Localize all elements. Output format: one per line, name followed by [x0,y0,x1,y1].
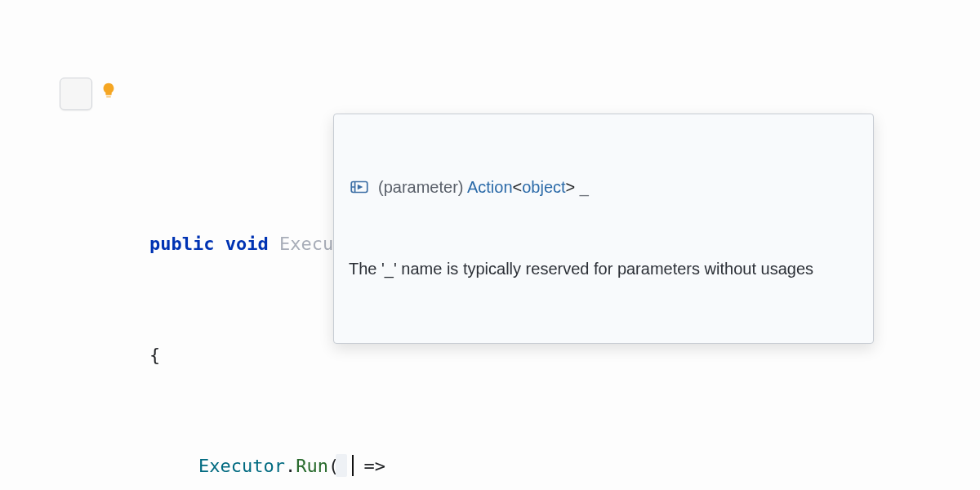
code-line[interactable]: Executor.Run( => [0,425,980,452]
tooltip-param-name: _ [575,178,589,196]
lambda-arrow: => [353,456,385,476]
type-executor: Executor [198,456,285,476]
method-run: Run [296,456,328,476]
keyword-void: void [225,234,269,254]
punct: < [513,178,523,196]
tooltip-param-label: (parameter) [378,178,463,196]
punct-dot: . [285,456,296,476]
code-editor[interactable]: public void ExecuteAsynchronously() { Ex… [0,0,980,490]
lightbulb-button[interactable] [60,78,92,110]
lightbulb-icon [34,52,117,136]
punct: > [566,178,576,196]
tooltip-generic-type: object [522,178,565,196]
keyword-public: public [149,234,214,254]
parameter-icon [349,176,370,198]
brace-open: { [149,345,160,365]
tooltip-body: The '_' name is typically reserved for p… [334,253,873,294]
tooltip-type: Action [467,178,513,196]
quickinfo-tooltip: (parameter) Action<object> _ The '_' nam… [333,114,874,344]
text-caret [339,452,353,480]
